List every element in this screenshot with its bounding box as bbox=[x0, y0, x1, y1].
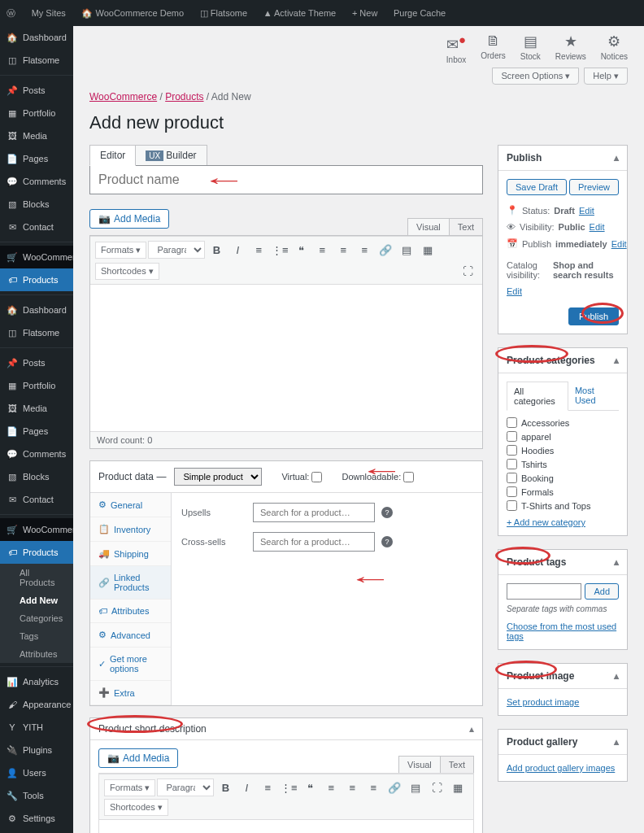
sidebar-item-dashboard[interactable]: 🏠Dashboard bbox=[0, 26, 73, 49]
quote-button[interactable]: ❝ bbox=[291, 240, 311, 259]
tab-text-short[interactable]: Text bbox=[440, 756, 474, 773]
bold-button[interactable]: B bbox=[215, 778, 235, 797]
add-category-link[interactable]: + Add new category bbox=[507, 517, 585, 527]
tab-text[interactable]: Text bbox=[449, 218, 483, 235]
sidebar-item-media[interactable]: 🖼Media bbox=[0, 397, 73, 420]
downloadable-checkbox-label[interactable]: Downloadable: bbox=[342, 472, 414, 482]
breadcrumb-woo[interactable]: WooCommerce bbox=[89, 91, 157, 102]
topstrip-orders[interactable]: 🗎Orders bbox=[481, 33, 506, 64]
category-tshirts[interactable]: Tshirts bbox=[507, 457, 619, 471]
sidebar-item-pages[interactable]: 📄Pages bbox=[0, 147, 73, 170]
pd-tab-shipping[interactable]: 🚚Shipping bbox=[90, 542, 171, 566]
gallery-header[interactable]: Product gallery▴ bbox=[498, 730, 627, 755]
product-type-select[interactable]: Simple product bbox=[174, 468, 262, 486]
virtual-checkbox[interactable] bbox=[311, 472, 322, 482]
category-checkbox[interactable] bbox=[507, 486, 517, 497]
chevron-up-icon[interactable]: ▴ bbox=[614, 736, 619, 748]
sidebar-item-flatsome[interactable]: ◫Flatsome bbox=[0, 321, 73, 344]
publish-header[interactable]: Publish▴ bbox=[498, 146, 627, 171]
preview-button[interactable]: Preview bbox=[569, 179, 619, 195]
screen-options-button[interactable]: Screen Options ▾ bbox=[492, 68, 579, 85]
topstrip-stock[interactable]: ▤Stock bbox=[520, 33, 541, 64]
bullet-list-button[interactable]: ≡ bbox=[258, 778, 277, 797]
purge-cache[interactable]: Purge Cache bbox=[387, 0, 452, 26]
add-tag-button[interactable]: Add bbox=[585, 583, 619, 600]
more-button[interactable]: ▤ bbox=[397, 240, 416, 259]
tags-header[interactable]: Product tags▴ bbox=[498, 550, 627, 575]
sidebar-item-analytics[interactable]: 📊Analytics bbox=[0, 670, 73, 693]
sidebar-item-blocks[interactable]: ▧Blocks bbox=[0, 465, 73, 488]
sidebar-item-appearance[interactable]: 🖌Appearance bbox=[0, 693, 73, 716]
submenu-item-tags[interactable]: Tags bbox=[0, 627, 73, 645]
sidebar-item-woocommerce[interactable]: 🛒WooCommerce bbox=[0, 246, 73, 268]
category-hoodies[interactable]: Hoodies bbox=[507, 443, 619, 457]
sidebar-item-products[interactable]: 🏷Products bbox=[0, 268, 73, 291]
add-gallery-link[interactable]: Add product gallery images bbox=[507, 763, 615, 773]
sidebar-item-contact[interactable]: ✉Contact bbox=[0, 216, 73, 238]
align-center-button[interactable]: ≡ bbox=[342, 778, 362, 797]
upsells-input[interactable] bbox=[253, 503, 375, 522]
sidebar-item-tools[interactable]: 🔧Tools bbox=[0, 784, 73, 807]
short-description-header[interactable]: Product short description ▴ bbox=[90, 718, 482, 740]
sidebar-item-posts[interactable]: 📌Posts bbox=[0, 79, 73, 102]
category-checkbox[interactable] bbox=[507, 431, 517, 442]
toggle-button[interactable]: ▦ bbox=[418, 240, 437, 259]
site-name[interactable]: 🏠 WooCommerce Demo bbox=[75, 0, 190, 26]
tag-input[interactable] bbox=[507, 583, 581, 600]
chevron-up-icon[interactable]: ▴ bbox=[469, 723, 474, 735]
virtual-checkbox-label[interactable]: Virtual: bbox=[281, 472, 322, 482]
sidebar-item-woocommerce[interactable]: 🛒WooCommerce bbox=[0, 518, 73, 541]
chevron-up-icon[interactable]: ▴ bbox=[614, 556, 619, 568]
pd-tab-linked-products[interactable]: 🔗Linked Products bbox=[90, 566, 171, 600]
sidebar-item-yith[interactable]: YYITH bbox=[0, 716, 73, 739]
publish-button[interactable]: Publish bbox=[568, 307, 619, 325]
pd-tab-get-more-options[interactable]: ✓Get more options bbox=[90, 648, 171, 681]
set-product-image-link[interactable]: Set product image bbox=[507, 697, 579, 707]
category-checkbox[interactable] bbox=[507, 459, 517, 469]
pd-tab-attributes[interactable]: 🏷Attributes bbox=[90, 600, 171, 623]
paragraph-dropdown-short[interactable]: Paragraph bbox=[157, 778, 214, 796]
tab-visual[interactable]: Visual bbox=[407, 218, 450, 235]
pd-tab-extra[interactable]: ➕Extra bbox=[90, 681, 171, 705]
crosssells-input[interactable] bbox=[253, 532, 375, 552]
topstrip-reviews[interactable]: ★Reviews bbox=[555, 33, 586, 64]
short-editor-textarea[interactable] bbox=[99, 820, 473, 833]
submenu-item-add-new[interactable]: Add New bbox=[0, 591, 73, 609]
category-checkbox[interactable] bbox=[507, 500, 517, 511]
quote-button[interactable]: ❝ bbox=[300, 778, 320, 797]
chevron-up-icon[interactable]: ▴ bbox=[614, 355, 619, 366]
pd-tab-inventory[interactable]: 📋Inventory bbox=[90, 517, 171, 542]
wp-logo-icon[interactable]: ⓦ bbox=[0, 0, 22, 26]
product-title-input[interactable] bbox=[89, 165, 483, 194]
link-button[interactable]: 🔗 bbox=[385, 778, 404, 797]
sidebar-item-pages[interactable]: 📄Pages bbox=[0, 420, 73, 443]
sidebar-item-portfolio[interactable]: ▦Portfolio bbox=[0, 102, 73, 124]
fullscreen-button[interactable]: ⛶ bbox=[458, 261, 477, 281]
bold-button[interactable]: B bbox=[207, 240, 226, 259]
align-left-button[interactable]: ≡ bbox=[312, 240, 332, 259]
categories-header[interactable]: Product categories▴ bbox=[498, 348, 627, 373]
bullet-list-button[interactable]: ≡ bbox=[249, 240, 268, 259]
tab-visual-short[interactable]: Visual bbox=[398, 756, 441, 773]
align-center-button[interactable]: ≡ bbox=[333, 240, 353, 259]
fullscreen-button[interactable]: ⛶ bbox=[427, 778, 446, 797]
align-right-button[interactable]: ≡ bbox=[355, 240, 374, 259]
my-sites[interactable]: My Sites bbox=[25, 0, 72, 26]
italic-button[interactable]: I bbox=[228, 240, 247, 259]
category-formals[interactable]: Formals bbox=[507, 485, 619, 499]
category-booking[interactable]: Booking bbox=[507, 471, 619, 485]
align-left-button[interactable]: ≡ bbox=[321, 778, 341, 797]
cat-tab-most[interactable]: Most Used bbox=[568, 382, 619, 410]
breadcrumb-products[interactable]: Products bbox=[165, 91, 203, 102]
category-t-shirts-and-tops[interactable]: T-Shirts and Tops bbox=[507, 499, 619, 512]
more-button[interactable]: ▤ bbox=[406, 778, 425, 797]
sidebar-item-portfolio[interactable]: ▦Portfolio bbox=[0, 374, 73, 397]
sidebar-item-posts[interactable]: 📌Posts bbox=[0, 351, 73, 374]
tab-editor[interactable]: Editor bbox=[89, 145, 136, 166]
paragraph-dropdown[interactable]: Paragraph bbox=[148, 241, 205, 259]
category-accessories[interactable]: Accessories bbox=[507, 416, 619, 430]
sidebar-item-plugins[interactable]: 🔌Plugins bbox=[0, 739, 73, 761]
sidebar-item-products[interactable]: 🏷Products bbox=[0, 541, 73, 564]
category-checkbox[interactable] bbox=[507, 473, 517, 483]
cat-tab-all[interactable]: All categories bbox=[507, 382, 568, 411]
